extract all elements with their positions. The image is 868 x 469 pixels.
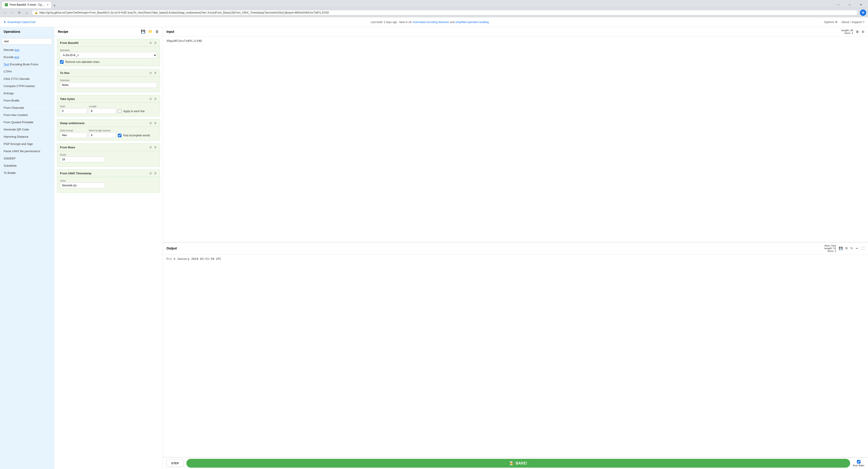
step-title-from-base64: From Base64 [60, 41, 79, 44]
load-recipe-button[interactable]: 📁 [148, 29, 153, 34]
step-controls-from-base64: ⊘ ⏸ [149, 41, 157, 44]
sidebar-item-ctph[interactable]: CTPH [0, 68, 54, 75]
pause-step-from-unix-timestamp-button[interactable]: ⏸ [154, 171, 157, 175]
sidebar-item-citrix-ctx1-decode[interactable]: Citrix CTX1 Decode [0, 75, 54, 83]
text-encoding-link[interactable]: Text [4, 63, 9, 66]
disable-step-swap-endianness-button[interactable]: ⊘ [149, 121, 152, 125]
active-tab[interactable]: 🍳 From Base64, 5 more - CyberChe... × [2, 1, 52, 8]
bake-button[interactable]: 👨‍🍳 BAKE! [186, 459, 850, 468]
tab-close-button[interactable]: × [47, 3, 49, 6]
length-field: Length [89, 105, 116, 114]
new-tab-button[interactable]: + [52, 3, 58, 8]
toggle-input-view-button[interactable]: ⊞ [862, 30, 864, 33]
gear-icon: ⚙ [835, 20, 838, 24]
sidebar-item-decode-text[interactable]: Decode text [0, 46, 54, 54]
expand-output-button[interactable]: ⛶ [861, 247, 864, 250]
pause-step-take-bytes-button[interactable]: ⏸ [154, 97, 157, 101]
close-button[interactable]: ✕ [856, 1, 866, 8]
home-button[interactable]: ⌂ [24, 9, 30, 16]
step-body-from-unix-timestamp: Units [57, 177, 160, 192]
automated-encoding-link[interactable]: Automated encoding detection [412, 21, 449, 24]
step-controls-to-hex: ⊘ ⏸ [149, 71, 157, 74]
sidebar-item-ssdeep[interactable]: SSDEEP [0, 155, 54, 162]
decode-text-link[interactable]: text [14, 48, 19, 52]
sidebar-item-parse-unix-file-permissions[interactable]: Parse UNIX file permissions [0, 148, 54, 155]
disable-step-from-base64-button[interactable]: ⊘ [149, 41, 152, 44]
maximize-button[interactable]: □ [844, 1, 855, 8]
reload-button[interactable]: ↻ [16, 9, 23, 16]
pause-step-to-hex-button[interactable]: ⏸ [154, 71, 157, 74]
step-header-from-unix-timestamp: From UNIX Timestamp ⊘ ⏸ [57, 169, 160, 177]
about-support-button[interactable]: About / Support ? [841, 20, 864, 24]
step-title-to-hex: To Hex [60, 71, 69, 74]
auto-bake-section: Auto Bake [853, 460, 864, 467]
disable-step-take-bytes-button[interactable]: ⊘ [149, 97, 152, 101]
sidebar-item-compare-ctph-hashes[interactable]: Compare CTPH hashes [0, 83, 54, 90]
pause-step-from-base-button[interactable]: ⏸ [154, 146, 157, 149]
data-format-label: Data format [60, 129, 87, 132]
browser-chrome: 🍳 From Base64, 5 more - CyberChe... × + … [0, 0, 868, 8]
disable-step-to-hex-button[interactable]: ⊘ [149, 71, 152, 74]
clear-recipe-button[interactable]: 🗑 [155, 29, 159, 34]
sidebar-item-to-braille[interactable]: To Braille [0, 169, 54, 177]
sidebar-item-entropy[interactable]: Entropy [0, 90, 54, 97]
sidebar-item-generate-qr-code[interactable]: Generate QR Code [0, 126, 54, 133]
remove-non-alphabet-checkbox[interactable] [60, 60, 64, 64]
recipe-step-swap-endianness: Swap endianness ⊘ ⏸ Data format Word len… [57, 119, 160, 140]
data-format-field: Data format [60, 129, 87, 138]
output-time-display: time: 1ms [824, 244, 836, 247]
clear-input-button[interactable]: 🗑 [856, 30, 859, 33]
save-output-button[interactable]: 💾 [839, 247, 843, 250]
back-button[interactable]: ← [2, 9, 8, 16]
undo-output-button[interactable]: ↩ [856, 247, 859, 250]
step-header-take-bytes: Take bytes ⊘ ⏸ [57, 95, 160, 103]
pause-step-swap-endianness-button[interactable]: ⏸ [154, 121, 157, 125]
alphabet-label: Alphabet [60, 49, 157, 52]
input-length-display: length: 20 [841, 29, 853, 32]
simplified-operation-link[interactable]: simplified operation building [455, 21, 489, 24]
sidebar-item-from-charcode[interactable]: From Charcode [0, 104, 54, 112]
pause-step-from-base64-button[interactable]: ⏸ [154, 41, 157, 44]
disable-step-from-unix-timestamp-button[interactable]: ⊘ [149, 171, 152, 175]
minimize-button[interactable]: ─ [833, 1, 844, 8]
copy-output-button[interactable]: ⧉ [845, 246, 848, 250]
data-format-input[interactable] [60, 132, 87, 138]
download-icon: ⬇ [4, 20, 6, 24]
units-input[interactable] [60, 183, 105, 188]
sidebar-item-pgp-encrypt-and-sign[interactable]: PGP Encrypt and Sign [0, 140, 54, 148]
step-title-swap-endianness: Swap endianness [60, 121, 85, 125]
radix-input[interactable] [60, 156, 105, 162]
step-button[interactable]: STEP [166, 460, 184, 467]
output-textarea[interactable]: Fri 4 January 2019 03:51:59 UTC [163, 254, 868, 457]
download-cyberchef-button[interactable]: ⬇ Download CyberChef [4, 20, 35, 24]
apply-each-line-checkbox[interactable] [118, 110, 121, 113]
sidebar-item-encode-text[interactable]: Encode text [0, 54, 54, 61]
sidebar-item-from-quoted-printable[interactable]: From Quoted Printable [0, 119, 54, 126]
forward-button[interactable]: → [9, 9, 16, 16]
encode-text-link[interactable]: text [14, 55, 19, 59]
step-header-swap-endianness: Swap endianness ⊘ ⏸ [57, 119, 160, 127]
save-recipe-button[interactable]: 💾 [141, 29, 146, 34]
word-length-label: Word length (bytes) [89, 129, 116, 132]
disable-step-from-base-button[interactable]: ⊘ [149, 146, 152, 149]
units-field: Units [60, 179, 157, 188]
pad-incomplete-label: Pad incomplete words [123, 134, 150, 137]
alphabet-select[interactable]: A-Za-z0-9-_= [60, 52, 157, 58]
url-bar[interactable]: 🔒 https://gchq.github.io/CyberChef/#reci… [32, 10, 858, 15]
length-input[interactable] [89, 108, 116, 114]
sidebar-item-hamming-distance[interactable]: Hamming Distance [0, 133, 54, 140]
profile-button[interactable]: M [860, 9, 866, 16]
switch-io-button[interactable]: ↻ [850, 247, 853, 250]
pad-incomplete-checkbox[interactable] [118, 134, 121, 137]
options-button[interactable]: Options ⚙ [824, 20, 838, 24]
input-textarea[interactable]: X9guXKlUxvTxBYLJiYAD [163, 36, 868, 242]
sidebar-item-from-braille[interactable]: From Braille [0, 97, 54, 104]
search-input[interactable] [2, 38, 52, 44]
start-input[interactable] [60, 108, 87, 114]
sidebar-item-text-encoding-brute-force[interactable]: Text Encoding Brute Force [0, 61, 54, 68]
delimiter-input[interactable] [60, 82, 157, 88]
word-length-input[interactable] [89, 132, 116, 138]
sidebar-item-from-hex-content[interactable]: From Hex Content [0, 112, 54, 119]
sidebar-item-substitute[interactable]: Substitute [0, 162, 54, 169]
auto-bake-checkbox[interactable] [857, 460, 861, 464]
